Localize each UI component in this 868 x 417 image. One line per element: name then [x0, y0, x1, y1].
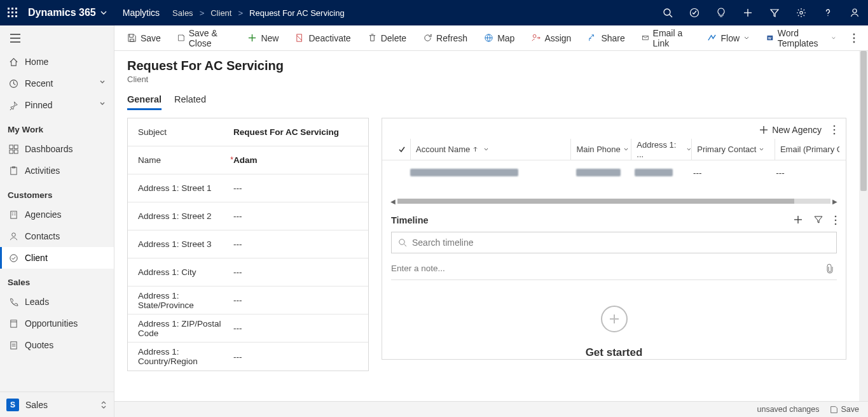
col-email[interactable]: Email (Primary Con [775, 139, 839, 160]
col-primary-contact[interactable]: Primary Contact [691, 139, 775, 160]
help-icon[interactable] [815, 0, 841, 25]
timeline-more[interactable] [834, 215, 837, 225]
subgrid-row[interactable]: --- --- [382, 160, 846, 185]
timeline-search[interactable]: Search timeline [391, 232, 837, 253]
app-launcher-icon[interactable] [0, 0, 25, 25]
cmd-deactivate[interactable]: Deactivate [289, 29, 357, 48]
sitemap-toggle[interactable] [0, 25, 114, 51]
tab-general[interactable]: General [127, 94, 162, 110]
field-street2[interactable]: Address 1: Street 2 --- [128, 202, 368, 230]
cmd-assign[interactable]: Assign [525, 29, 577, 48]
sitemap-activities[interactable]: Activities [0, 160, 114, 181]
plus-icon[interactable] [734, 0, 761, 25]
svg-rect-7 [11, 15, 13, 17]
label: Save [841, 405, 860, 414]
assign-icon [531, 33, 541, 43]
sitemap: Home Recent Pinned My Work Dashboards Ac… [0, 25, 114, 417]
cmd-overflow[interactable] [846, 29, 862, 48]
col-main-phone[interactable]: Main Phone [570, 139, 631, 160]
command-bar: Save Save & Close New Deactivate Delete … [114, 25, 868, 51]
svg-rect-2 [15, 8, 17, 10]
svg-rect-0 [8, 8, 10, 10]
scroll-thumb[interactable] [860, 51, 867, 191]
bulb-icon[interactable] [708, 0, 734, 25]
svg-rect-21 [14, 145, 18, 148]
subgrid-more[interactable] [833, 125, 836, 135]
field-name[interactable]: Name Adam [128, 146, 368, 174]
field-state[interactable]: Address 1: State/Province --- [128, 286, 368, 315]
field-label: Address 1: ZIP/Postal Code [138, 319, 233, 338]
sitemap-client[interactable]: Client [0, 247, 114, 269]
page-scrollbar[interactable] [859, 51, 868, 401]
col-address[interactable]: Address 1: ... [631, 139, 691, 160]
label: Primary Contact [697, 145, 756, 154]
dashboard-icon [9, 145, 18, 154]
sitemap-home[interactable]: Home [0, 51, 114, 73]
timeline-filter[interactable] [814, 215, 823, 225]
breadcrumb-sep: > [238, 8, 243, 18]
scroll-left-icon[interactable]: ◀ [389, 197, 397, 206]
sort-asc-icon [472, 146, 478, 152]
placeholder: Enter a note... [391, 264, 445, 273]
cmd-email-link[interactable]: Email a Link [635, 29, 698, 48]
cmd-refresh[interactable]: Refresh [417, 29, 474, 48]
scroll-thumb[interactable] [397, 199, 794, 204]
filter-icon[interactable] [761, 0, 788, 25]
clock-icon [9, 79, 18, 88]
field-subject[interactable]: Subject Request For AC Servicing [128, 118, 368, 146]
save-close-icon [177, 33, 185, 43]
select-all[interactable] [389, 139, 410, 160]
chevron-down-icon [759, 146, 764, 152]
search-icon[interactable] [654, 0, 681, 25]
new-agency-button[interactable]: New Agency [759, 125, 822, 135]
timeline-note-input[interactable]: Enter a note... [391, 257, 837, 280]
sitemap-opportunities[interactable]: Opportunities [0, 313, 114, 334]
sitemap-recent[interactable]: Recent [0, 73, 114, 94]
sitemap-contacts[interactable]: Contacts [0, 225, 114, 247]
svg-point-43 [534, 34, 537, 38]
sitemap-leads[interactable]: Leads [0, 291, 114, 313]
field-zip[interactable]: Address 1: ZIP/Postal Code --- [128, 315, 368, 343]
attach-icon[interactable] [825, 264, 834, 274]
module-name[interactable]: Maplytics [123, 8, 160, 18]
cmd-save[interactable]: Save [121, 29, 167, 48]
svg-rect-8 [15, 15, 17, 17]
sitemap-dashboards[interactable]: Dashboards [0, 138, 114, 160]
sitemap-pinned[interactable]: Pinned [0, 94, 114, 116]
cmd-share[interactable]: Share [581, 29, 631, 48]
cmd-save-close[interactable]: Save & Close [171, 29, 238, 48]
scroll-right-icon[interactable]: ▶ [830, 197, 839, 206]
record-entity: Client [127, 74, 846, 84]
app-name-dropdown[interactable]: Dynamics 365 [28, 7, 107, 18]
field-street3[interactable]: Address 1: Street 3 --- [128, 230, 368, 258]
cmd-map[interactable]: Map [478, 29, 521, 48]
task-flow-icon[interactable] [681, 0, 708, 25]
area-switcher[interactable]: S Sales [0, 392, 114, 417]
svg-point-14 [800, 11, 803, 14]
tab-related[interactable]: Related [174, 94, 206, 110]
sitemap-quotes[interactable]: Quotes [0, 334, 114, 356]
get-started-plus[interactable] [601, 306, 628, 332]
sitemap-agencies[interactable]: Agencies [0, 204, 114, 225]
breadcrumb-item[interactable]: Sales [172, 8, 193, 18]
cmd-new[interactable]: New [241, 29, 285, 48]
cmd-flow[interactable]: Flow [701, 29, 756, 48]
cmd-word-templates[interactable]: W Word Templates [760, 29, 843, 48]
book-icon [9, 319, 18, 329]
cmd-delete[interactable]: Delete [361, 29, 413, 48]
person-icon [9, 232, 18, 241]
timeline-add[interactable] [794, 215, 803, 225]
area-label: Sales [25, 400, 48, 410]
field-street1[interactable]: Address 1: Street 1 --- [128, 174, 368, 202]
label: New [261, 33, 279, 43]
footer-save[interactable]: Save [830, 405, 860, 414]
col-account-name[interactable]: Account Name [410, 139, 570, 160]
subgrid-hscroll[interactable]: ◀ ▶ [389, 196, 839, 206]
field-label: Address 1: Street 1 [138, 183, 233, 193]
breadcrumb-item[interactable]: Client [210, 8, 231, 18]
gear-icon[interactable] [788, 0, 815, 25]
field-country[interactable]: Address 1: Country/Region --- [128, 343, 368, 371]
user-icon[interactable] [841, 0, 868, 25]
field-city[interactable]: Address 1: City --- [128, 258, 368, 286]
svg-point-54 [834, 133, 836, 135]
